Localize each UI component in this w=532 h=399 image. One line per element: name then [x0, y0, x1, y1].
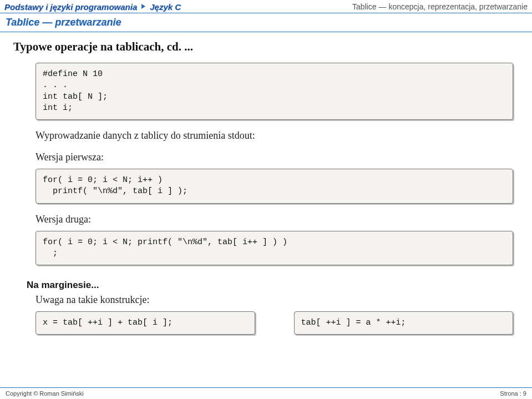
content: Typowe operacje na tablicach, cd. ... #d… — [0, 32, 532, 335]
svg-marker-0 — [141, 4, 145, 9]
code-block-v1: for( i = 0; i < N; i++ ) printf( "\n%d",… — [36, 169, 513, 204]
version1-label: Wersja pierwsza: — [36, 151, 519, 163]
footer-copyright: Copyright © Roman Simiński — [6, 390, 84, 397]
subheader-text: Tablice — przetwarzanie — [6, 17, 121, 28]
code-block-warn2: tab[ ++i ] = a * ++i; — [294, 311, 514, 335]
page-title: Typowe operacje na tablicach, cd. ... — [13, 40, 519, 54]
header-right: Tablice — koncepcja, reprezentacja, prze… — [352, 2, 528, 11]
code-block-defines: #define N 10 . . . int tab[ N ]; int i; — [36, 63, 513, 120]
subheader-bar: Tablice — przetwarzanie — [0, 13, 532, 32]
footer-page: Strona : 9 — [500, 390, 526, 397]
code-block-warn1: x = tab[ ++i ] + tab[ i ]; — [36, 311, 255, 335]
header-title-1: Podstawy i języki programowania — [4, 2, 137, 12]
desc-output: Wyprowadzanie danych z tablicy do strumi… — [36, 130, 519, 142]
code-block-v2: for( i = 0; i < N; printf( "\n%d", tab[ … — [36, 231, 513, 266]
header-left: Podstawy i języki programowania Język C — [4, 2, 181, 12]
header-bar: Podstawy i języki programowania Język C … — [0, 0, 532, 13]
version2-label: Wersja druga: — [36, 214, 519, 225]
code-pair: x = tab[ ++i ] + tab[ i ]; tab[ ++i ] = … — [36, 311, 513, 335]
arrow-right-icon — [140, 2, 146, 12]
header-title-2: Język C — [150, 2, 181, 12]
footer: Copyright © Roman Simiński Strona : 9 — [0, 387, 532, 399]
margin-label: Na marginesie... — [27, 280, 519, 291]
margin-sub: Uwaga na takie konstrukcje: — [36, 294, 519, 306]
